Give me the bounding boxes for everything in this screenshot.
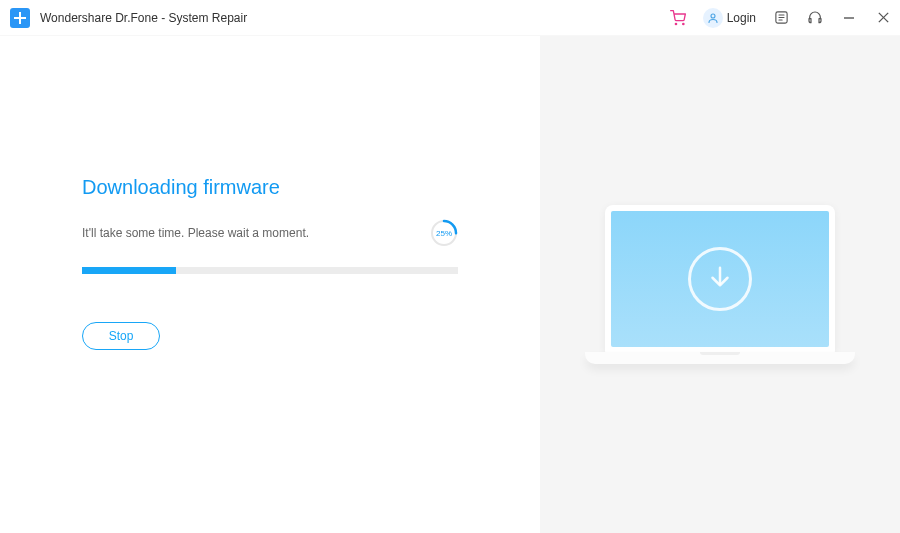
download-icon (688, 247, 752, 311)
page-title: Downloading firmware (82, 176, 458, 199)
stop-button[interactable]: Stop (82, 322, 160, 350)
login-label: Login (727, 11, 756, 25)
titlebar-actions: Login (669, 8, 892, 28)
progress-bar-fill (82, 267, 176, 274)
app-logo-icon (10, 8, 30, 28)
login-button[interactable]: Login (703, 8, 756, 28)
window-title: Wondershare Dr.Fone - System Repair (40, 11, 247, 25)
illustration-panel (540, 36, 900, 533)
close-button[interactable] (874, 9, 892, 27)
main-panel: Downloading firmware It'll take some tim… (0, 36, 540, 533)
titlebar: Wondershare Dr.Fone - System Repair Logi… (0, 0, 900, 36)
laptop-illustration (585, 205, 855, 364)
content-area: Downloading firmware It'll take some tim… (0, 36, 900, 533)
minimize-button[interactable] (840, 9, 858, 27)
support-icon[interactable] (806, 9, 824, 27)
laptop-base (585, 352, 855, 364)
user-icon (703, 8, 723, 28)
feedback-icon[interactable] (772, 9, 790, 27)
svg-point-0 (675, 23, 676, 24)
progress-bar (82, 267, 458, 274)
status-row: It'll take some time. Please wait a mome… (82, 219, 458, 247)
status-text: It'll take some time. Please wait a mome… (82, 226, 309, 240)
svg-point-1 (682, 23, 683, 24)
laptop-frame (605, 205, 835, 353)
cart-icon[interactable] (669, 9, 687, 27)
progress-ring: 25% (430, 219, 458, 247)
progress-percent-label: 25% (430, 219, 458, 247)
svg-point-2 (711, 14, 715, 18)
laptop-screen (611, 211, 829, 347)
